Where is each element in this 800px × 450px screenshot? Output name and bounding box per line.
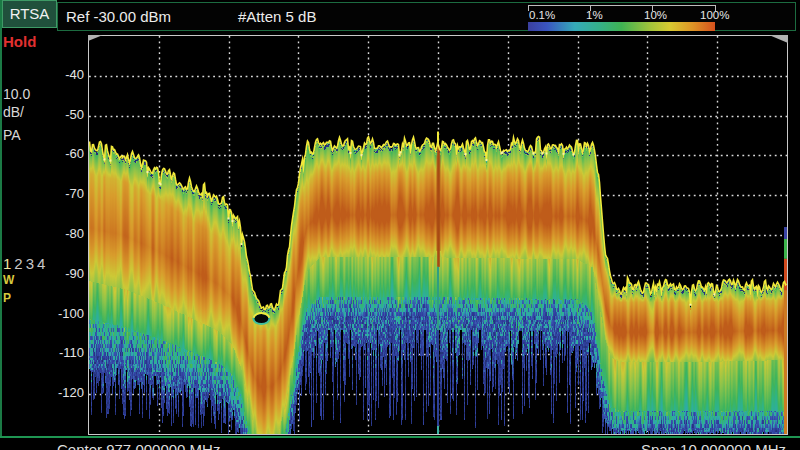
y-axis-label: -80 <box>38 226 84 241</box>
screen-frame-left <box>0 0 2 450</box>
trace-1-number[interactable]: 1 <box>3 255 14 272</box>
y-axis-label: -60 <box>38 146 84 161</box>
trace-3-number[interactable]: 3 <box>26 255 37 272</box>
frequency-bar: Center 977.000000 MHz Span 10.000000 MHz <box>0 436 800 450</box>
legend-gradient-bar <box>528 22 715 31</box>
y-axis-label: -50 <box>38 107 84 122</box>
attenuation-readout[interactable]: #Atten 5 dB <box>238 8 316 25</box>
corner-bevel-icon <box>88 35 103 41</box>
annunciator-w: W <box>3 273 14 287</box>
mode-badge[interactable]: RTSA <box>2 0 57 28</box>
legend-label: 100% <box>700 9 729 21</box>
rtsa-screen: RTSA Ref -30.00 dBm #Atten 5 dB 0.1% 1% … <box>0 0 800 450</box>
y-axis-label: -70 <box>38 186 84 201</box>
y-axis-label: -120 <box>38 385 84 400</box>
preamp-indicator[interactable]: PA <box>3 127 21 143</box>
y-axis-label: -40 <box>38 67 84 82</box>
y-axis-label: -90 <box>38 266 84 281</box>
y-axis-label: -100 <box>38 306 84 321</box>
ref-level-readout[interactable]: Ref -30.00 dBm <box>66 8 171 25</box>
legend-label: 10% <box>644 9 667 21</box>
scale-unit-label: dB/ <box>3 104 24 120</box>
sweep-hold-indicator[interactable]: Hold <box>3 33 36 50</box>
legend-bracket <box>528 5 716 11</box>
center-frequency-readout[interactable]: Center 977.000000 MHz <box>57 441 220 450</box>
scale-per-div-readout[interactable]: 10.0 <box>3 86 30 102</box>
corner-bevel-icon <box>769 35 788 43</box>
graticule <box>88 35 788 435</box>
density-legend: 0.1% 1% 10% 100% <box>528 3 717 30</box>
annunciator-p: P <box>3 291 11 305</box>
span-readout[interactable]: Span 10.000000 MHz <box>641 441 786 450</box>
trace-2-number[interactable]: 2 <box>14 255 25 272</box>
y-axis-label: -110 <box>38 345 84 360</box>
spectrum-canvas[interactable] <box>89 36 787 434</box>
settings-bar: Ref -30.00 dBm #Atten 5 dB 0.1% 1% 10% 1… <box>57 2 796 31</box>
legend-label: 1% <box>586 9 603 21</box>
legend-label: 0.1% <box>529 9 555 21</box>
